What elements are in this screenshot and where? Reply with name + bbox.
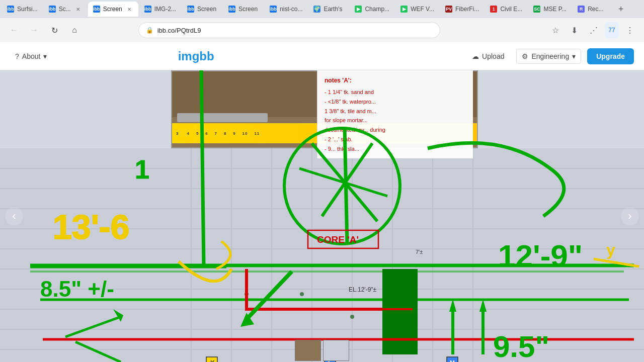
address-bar: ← → ↻ ⌂ 🔒 ibb.co/PQtrdL9 ☆ ⬇ ⋰ 77 ⋮ xyxy=(0,18,644,42)
forward-button[interactable]: → xyxy=(26,22,42,38)
tab-label: WEF V... xyxy=(411,6,434,13)
tab-champ[interactable]: ▶ Champ... xyxy=(350,2,394,17)
tab-favicon: ibb xyxy=(270,6,277,13)
tab-surfsi[interactable]: ibb Surfsi... xyxy=(2,2,43,17)
blueprint-lines: EL.12'-9"± 7'± APPROX. RELOCATION K L xyxy=(0,148,644,362)
tab-civil[interactable]: 1 Civil E... xyxy=(485,2,527,17)
svg-text:M: M xyxy=(450,359,455,362)
blueprint-grid-svg: EL.12'-9"± 7'± APPROX. RELOCATION K L xyxy=(0,148,644,362)
upgrade-button[interactable]: Upgrade xyxy=(587,48,634,64)
about-label: About xyxy=(22,52,41,60)
notes-panel: notes 'A': - 1 1/4" tk. sand and - <1/8"… xyxy=(317,70,473,158)
tab-bar: ibb Surfsi... ibb Sc... ✕ ibb Screen ✕ i… xyxy=(0,0,644,18)
tab-wef[interactable]: ▶ WEF V... xyxy=(395,2,439,17)
tab-label: Screen xyxy=(238,6,258,13)
notes-line-3: 1 3/8" tk. tile and m... xyxy=(325,107,466,116)
main-content: EL.12'-9"± 7'± APPROX. RELOCATION K L xyxy=(0,70,644,362)
notes-line-5: documented/rev... during xyxy=(325,125,466,135)
menu-button[interactable]: ⋮ xyxy=(622,22,638,38)
toolbar-right: ☆ ⬇ ⋰ 77 ⋮ xyxy=(547,22,638,38)
notes-title: notes 'A': xyxy=(325,75,466,85)
thumbnail-strip xyxy=(295,340,349,361)
tab-rec[interactable]: R Rec... xyxy=(573,2,613,17)
image-canvas: EL.12'-9"± 7'± APPROX. RELOCATION K L xyxy=(0,70,644,362)
tab-favicon: ▶ xyxy=(400,6,408,13)
about-button[interactable]: ? About ▾ xyxy=(10,49,52,63)
tab-favicon: PV xyxy=(445,6,452,13)
tab-label: MSE P... xyxy=(543,6,567,13)
back-button[interactable]: ← xyxy=(6,22,22,38)
thumbnail-1[interactable] xyxy=(295,340,321,361)
tab-label: IMG-2... xyxy=(154,6,176,13)
nav-right: ☁ Upload ⚙ Engineering ▾ Upgrade xyxy=(466,48,634,64)
bookmark-button[interactable]: ☆ xyxy=(547,22,564,38)
tab-close-icon[interactable]: ✕ xyxy=(125,5,133,13)
svg-text:EL.12'-9"±: EL.12'-9"± xyxy=(349,286,377,293)
engineering-label: Engineering xyxy=(531,52,569,60)
tab-favicon: ibb xyxy=(49,6,56,13)
tab-screen2[interactable]: ibb Screen xyxy=(182,2,222,17)
tab-close-icon[interactable]: ✕ xyxy=(74,5,82,13)
thumbnail-2[interactable] xyxy=(323,340,349,361)
imgbb-logo[interactable]: imgbb xyxy=(178,49,214,63)
tab-favicon: SC xyxy=(533,6,540,13)
download-button[interactable]: ⬇ xyxy=(567,22,583,38)
upload-button[interactable]: ☁ Upload xyxy=(466,49,510,63)
tab-screen3[interactable]: ibb Screen xyxy=(223,2,264,17)
tab-label: Screen xyxy=(103,6,122,13)
chevron-down-icon: ▾ xyxy=(43,52,47,60)
tab-label: Rec... xyxy=(588,6,603,13)
tab-favicon: ibb xyxy=(7,6,14,13)
tab-label: Sc... xyxy=(59,6,71,13)
next-image-button[interactable]: › xyxy=(621,207,639,225)
upload-icon: ☁ xyxy=(472,52,479,60)
pipe-photo xyxy=(177,113,268,122)
tab-favicon: ibb xyxy=(93,6,100,13)
upload-label: Upload xyxy=(482,52,504,60)
prev-image-button[interactable]: ‹ xyxy=(5,207,23,225)
notes-line-1: - 1 1/4" tk. sand and xyxy=(325,87,466,97)
tab-label: FiberFi... xyxy=(455,6,479,13)
svg-point-23 xyxy=(350,315,354,319)
tab-favicon: ibb xyxy=(144,6,151,13)
tab-screen-active[interactable]: ibb Screen ✕ xyxy=(88,2,138,17)
lock-icon: 🔒 xyxy=(146,27,153,34)
tab-label: Screen xyxy=(197,6,216,13)
tab-favicon: 1 xyxy=(490,6,497,13)
tab-fiber[interactable]: PV FiberFi... xyxy=(440,2,484,17)
tab-label: Civil E... xyxy=(500,6,522,13)
tab-favicon: R xyxy=(578,6,585,13)
svg-text:7'±: 7'± xyxy=(416,249,423,255)
tab-favicon: ibb xyxy=(187,6,194,13)
tab-nist[interactable]: ibb nist-co... xyxy=(265,2,307,17)
question-icon: ? xyxy=(15,52,19,60)
chevron-down-icon: ▾ xyxy=(572,52,576,60)
tab-earths[interactable]: 🌍 Earth's xyxy=(308,2,349,17)
share-button[interactable]: ⋰ xyxy=(586,22,602,38)
home-button[interactable]: ⌂ xyxy=(66,22,83,38)
notes-line-6: - 2 '...' slab. xyxy=(325,135,466,144)
notes-line-7: - 9... thk. sla... xyxy=(325,144,466,154)
tab-favicon: ▶ xyxy=(355,6,362,13)
engineering-icon: ⚙ xyxy=(522,52,528,60)
tab-label: Champ... xyxy=(365,6,389,13)
tab-sc[interactable]: ibb Sc... ✕ xyxy=(44,2,87,17)
notes-line-2: - <1/8" tk. waterpro... xyxy=(325,97,466,107)
tab-label: nist-co... xyxy=(280,6,302,13)
reload-button[interactable]: ↻ xyxy=(46,22,62,38)
tab-label: Earth's xyxy=(324,6,342,13)
tab-img[interactable]: ibb IMG-2... xyxy=(139,2,181,17)
tab-favicon: 🌍 xyxy=(313,6,320,13)
new-tab-button[interactable]: + xyxy=(614,2,628,16)
tab-mse[interactable]: SC MSE P... xyxy=(528,2,572,17)
imgbb-navbar: ? About ▾ imgbb ☁ Upload ⚙ Engineering ▾… xyxy=(0,42,644,70)
url-text: ibb.co/PQtrdL9 xyxy=(157,27,433,34)
svg-point-21 xyxy=(245,292,249,296)
browser-chrome: ibb Surfsi... ibb Sc... ✕ ibb Screen ✕ i… xyxy=(0,0,644,42)
svg-text:K: K xyxy=(210,359,215,362)
tab-count[interactable]: 77 xyxy=(605,22,619,38)
engineering-button[interactable]: ⚙ Engineering ▾ xyxy=(516,49,581,64)
url-bar[interactable]: 🔒 ibb.co/PQtrdL9 xyxy=(138,22,440,38)
svg-point-22 xyxy=(300,292,304,296)
tab-label: Surfsi... xyxy=(17,6,38,13)
